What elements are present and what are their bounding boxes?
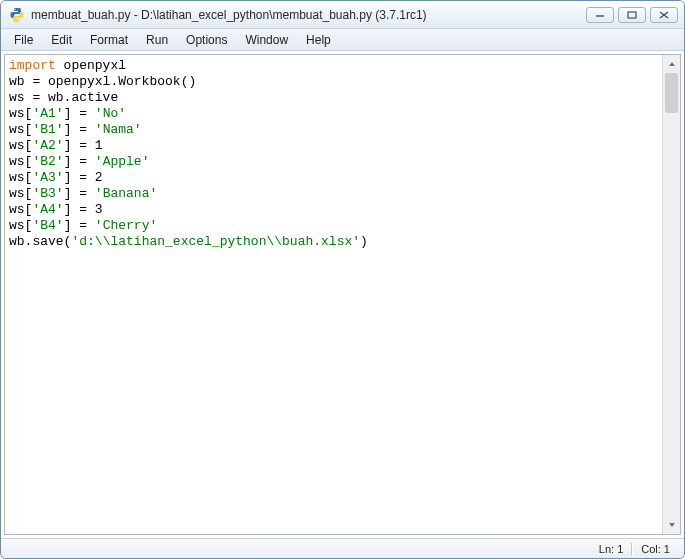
scroll-up-button[interactable]: [663, 55, 680, 73]
titlebar: membuat_buah.py - D:\latihan_excel_pytho…: [1, 1, 684, 29]
svg-rect-3: [628, 12, 636, 18]
svg-line-5: [660, 12, 668, 18]
menu-format[interactable]: Format: [81, 31, 137, 49]
svg-point-0: [14, 9, 15, 10]
window-controls: [586, 7, 678, 23]
svg-point-1: [18, 19, 19, 20]
menu-options[interactable]: Options: [177, 31, 236, 49]
scroll-down-button[interactable]: [663, 516, 680, 534]
menu-help[interactable]: Help: [297, 31, 340, 49]
status-separator: [631, 543, 633, 555]
menu-file[interactable]: File: [5, 31, 42, 49]
code-editor[interactable]: import openpyxl wb = openpyxl.Workbook()…: [5, 55, 662, 534]
maximize-button[interactable]: [618, 7, 646, 23]
status-line: Ln: 1: [593, 543, 629, 555]
svg-line-4: [660, 12, 668, 18]
idle-window: membuat_buah.py - D:\latihan_excel_pytho…: [0, 0, 685, 559]
window-title: membuat_buah.py - D:\latihan_excel_pytho…: [29, 8, 586, 22]
menu-edit[interactable]: Edit: [42, 31, 81, 49]
close-button[interactable]: [650, 7, 678, 23]
editor-area: import openpyxl wb = openpyxl.Workbook()…: [4, 54, 681, 535]
python-app-icon: [9, 7, 25, 23]
minimize-button[interactable]: [586, 7, 614, 23]
menubar: File Edit Format Run Options Window Help: [1, 29, 684, 51]
vertical-scrollbar[interactable]: [662, 55, 680, 534]
scroll-thumb[interactable]: [665, 73, 678, 113]
menu-window[interactable]: Window: [236, 31, 297, 49]
statusbar: Ln: 1 Col: 1: [1, 538, 684, 558]
menu-run[interactable]: Run: [137, 31, 177, 49]
status-col: Col: 1: [635, 543, 676, 555]
